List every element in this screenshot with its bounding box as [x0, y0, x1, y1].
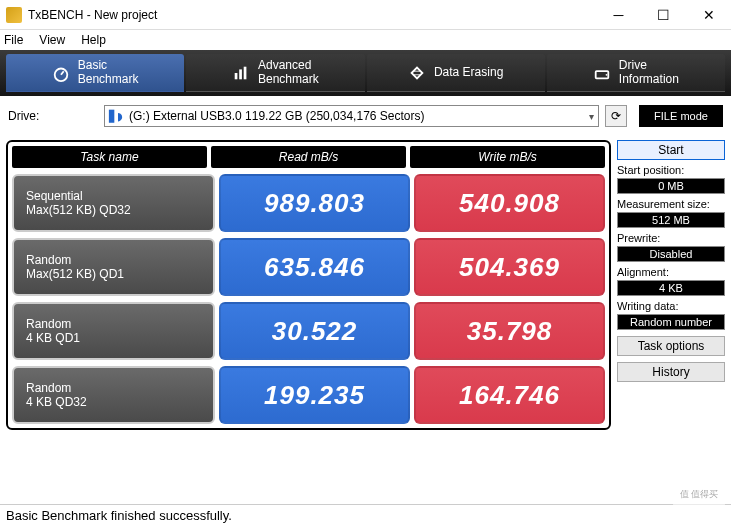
drive-row: Drive: ▋◗ (G:) External USB3.0 119.22 GB…: [0, 96, 731, 136]
menu-help[interactable]: Help: [81, 33, 106, 47]
tab-basic-benchmark[interactable]: Basic Benchmark: [6, 54, 184, 92]
tab-strip: Basic Benchmark Advanced Benchmark Data …: [0, 50, 731, 96]
benchmark-row: Random 4 KB QD1 30.522 35.798: [12, 302, 605, 360]
tab-data-erasing[interactable]: Data Erasing: [367, 54, 545, 92]
bar-chart-icon: [232, 64, 250, 82]
drive-label: Drive:: [8, 109, 98, 123]
drive-select-value: (G:) External USB3.0 119.22 GB (250,034,…: [129, 109, 425, 123]
close-button[interactable]: ✕: [686, 0, 731, 30]
menu-bar: File View Help: [0, 30, 731, 50]
measurement-size-label: Measurement size:: [617, 198, 725, 210]
main-area: Task name Read mB/s Write mB/s Sequentia…: [0, 136, 731, 430]
task-cell[interactable]: Random 4 KB QD1: [12, 302, 215, 360]
benchmark-panel: Task name Read mB/s Write mB/s Sequentia…: [6, 140, 611, 430]
title-bar: TxBENCH - New project ─ ☐ ✕: [0, 0, 731, 30]
measurement-size-value[interactable]: 512 MB: [617, 212, 725, 228]
chevron-down-icon: ▾: [589, 111, 594, 122]
write-value: 504.369: [414, 238, 605, 296]
tab-advanced-benchmark[interactable]: Advanced Benchmark: [186, 54, 364, 92]
svg-rect-2: [235, 73, 238, 79]
task-options-button[interactable]: Task options: [617, 336, 725, 356]
task-cell[interactable]: Sequential Max(512 KB) QD32: [12, 174, 215, 232]
task-cell[interactable]: Random 4 KB QD32: [12, 366, 215, 424]
drive-icon: [593, 64, 611, 82]
menu-file[interactable]: File: [4, 33, 23, 47]
prewrite-value[interactable]: Disabled: [617, 246, 725, 262]
task-name-line1: Sequential: [26, 189, 213, 203]
svg-point-0: [54, 68, 67, 81]
drive-select[interactable]: ▋◗ (G:) External USB3.0 119.22 GB (250,0…: [104, 105, 599, 127]
start-position-label: Start position:: [617, 164, 725, 176]
write-value: 164.746: [414, 366, 605, 424]
window-title: TxBENCH - New project: [28, 8, 157, 22]
writing-data-label: Writing data:: [617, 300, 725, 312]
task-name-line1: Random: [26, 253, 213, 267]
svg-point-8: [605, 73, 607, 75]
write-value: 540.908: [414, 174, 605, 232]
svg-line-1: [61, 71, 64, 75]
start-position-value[interactable]: 0 MB: [617, 178, 725, 194]
refresh-icon: ⟳: [611, 109, 621, 123]
benchmark-header: Task name Read mB/s Write mB/s: [12, 146, 605, 168]
minimize-button[interactable]: ─: [596, 0, 641, 30]
benchmark-row: Sequential Max(512 KB) QD32 989.803 540.…: [12, 174, 605, 232]
read-value: 199.235: [219, 366, 410, 424]
alignment-value[interactable]: 4 KB: [617, 280, 725, 296]
erase-icon: [408, 64, 426, 82]
tab-label: Advanced Benchmark: [258, 59, 319, 85]
read-value: 30.522: [219, 302, 410, 360]
drive-glyph-icon: ▋◗: [109, 110, 123, 123]
task-name-line2: 4 KB QD32: [26, 395, 213, 409]
task-cell[interactable]: Random Max(512 KB) QD1: [12, 238, 215, 296]
read-value: 989.803: [219, 174, 410, 232]
writing-data-value[interactable]: Random number: [617, 314, 725, 330]
task-name-line1: Random: [26, 381, 213, 395]
status-bar: Basic Benchmark finished successfully.: [0, 504, 731, 526]
tab-label: Basic Benchmark: [78, 59, 139, 85]
col-write: Write mB/s: [410, 146, 605, 168]
prewrite-label: Prewrite:: [617, 232, 725, 244]
benchmark-row: Random 4 KB QD32 199.235 164.746: [12, 366, 605, 424]
col-read: Read mB/s: [211, 146, 406, 168]
side-panel: Start Start position: 0 MB Measurement s…: [617, 140, 725, 430]
gauge-icon: [52, 64, 70, 82]
read-value: 635.846: [219, 238, 410, 296]
app-icon: [6, 7, 22, 23]
maximize-button[interactable]: ☐: [641, 0, 686, 30]
status-text: Basic Benchmark finished successfully.: [6, 508, 232, 523]
write-value: 35.798: [414, 302, 605, 360]
history-button[interactable]: History: [617, 362, 725, 382]
col-task: Task name: [12, 146, 207, 168]
start-button[interactable]: Start: [617, 140, 725, 160]
watermark: 值 值得买: [671, 466, 727, 522]
tab-label: Data Erasing: [434, 66, 503, 79]
menu-view[interactable]: View: [39, 33, 65, 47]
tab-drive-information[interactable]: Drive Information: [547, 54, 725, 92]
benchmark-row: Random Max(512 KB) QD1 635.846 504.369: [12, 238, 605, 296]
file-mode-button[interactable]: FILE mode: [639, 105, 723, 127]
task-name-line2: 4 KB QD1: [26, 331, 213, 345]
svg-rect-3: [239, 69, 242, 79]
svg-rect-4: [244, 66, 247, 79]
task-name-line2: Max(512 KB) QD32: [26, 203, 213, 217]
task-name-line2: Max(512 KB) QD1: [26, 267, 213, 281]
tab-label: Drive Information: [619, 59, 679, 85]
alignment-label: Alignment:: [617, 266, 725, 278]
refresh-button[interactable]: ⟳: [605, 105, 627, 127]
task-name-line1: Random: [26, 317, 213, 331]
